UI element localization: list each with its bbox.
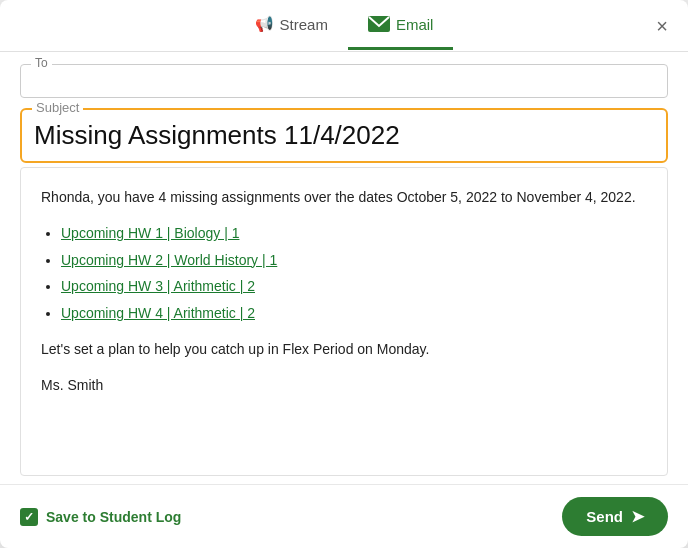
list-item: Upcoming HW 1 | Biology | 1 <box>61 222 647 244</box>
save-log-checkbox[interactable] <box>20 508 38 526</box>
close-button[interactable]: × <box>652 12 672 40</box>
email-footer: Save to Student Log Send ➤ <box>0 484 688 548</box>
email-paragraph-1: Rhonda, you have 4 missing assignments o… <box>41 186 647 208</box>
send-button[interactable]: Send ➤ <box>562 497 668 536</box>
form-area: To Subject Missing Assignments 11/4/2022 <box>0 52 688 163</box>
to-label: To <box>31 56 52 70</box>
to-field-group: To <box>20 64 668 98</box>
email-body: Rhonda, you have 4 missing assignments o… <box>20 167 668 476</box>
subject-field-group: Subject Missing Assignments 11/4/2022 <box>20 108 668 163</box>
assignment-link-4[interactable]: Upcoming HW 4 | Arithmetic | 2 <box>61 305 255 321</box>
tab-bar: 📢 Stream Email × <box>0 0 688 52</box>
tab-stream[interactable]: 📢 Stream <box>235 1 348 50</box>
email-icon <box>368 16 390 32</box>
tab-email[interactable]: Email <box>348 2 454 50</box>
megaphone-icon: 📢 <box>255 15 274 33</box>
save-to-log-button[interactable]: Save to Student Log <box>20 508 181 526</box>
save-log-label: Save to Student Log <box>46 509 181 525</box>
email-signature: Ms. Smith <box>41 374 647 396</box>
to-value[interactable] <box>31 71 657 91</box>
assignment-list: Upcoming HW 1 | Biology | 1 Upcoming HW … <box>61 222 647 324</box>
list-item: Upcoming HW 2 | World History | 1 <box>61 249 647 271</box>
assignment-link-3[interactable]: Upcoming HW 3 | Arithmetic | 2 <box>61 278 255 294</box>
send-label: Send <box>586 508 623 525</box>
assignment-link-2[interactable]: Upcoming HW 2 | World History | 1 <box>61 252 277 268</box>
assignment-link-1[interactable]: Upcoming HW 1 | Biology | 1 <box>61 225 239 241</box>
list-item: Upcoming HW 4 | Arithmetic | 2 <box>61 302 647 324</box>
email-paragraph-2: Let's set a plan to help you catch up in… <box>41 338 647 360</box>
tab-email-label: Email <box>396 16 434 33</box>
list-item: Upcoming HW 3 | Arithmetic | 2 <box>61 275 647 297</box>
send-arrow-icon: ➤ <box>631 507 644 526</box>
subject-label: Subject <box>32 100 83 115</box>
tab-stream-label: Stream <box>280 16 328 33</box>
modal-dialog: 📢 Stream Email × To Subject Missing Assi… <box>0 0 688 548</box>
subject-value[interactable]: Missing Assignments 11/4/2022 <box>34 120 654 151</box>
